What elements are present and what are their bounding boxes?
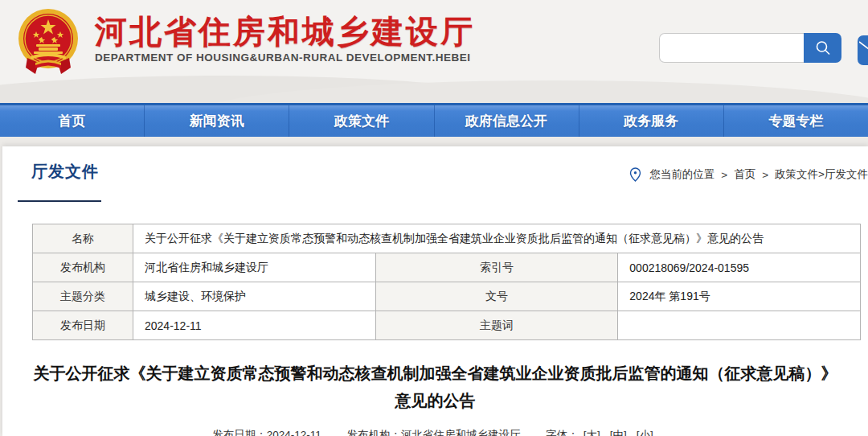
table-label-publish-date: 发布日期 bbox=[33, 311, 133, 340]
article-title: 关于公开征求《关于建立资质常态预警和动态核查机制加强全省建筑业企业资质批后监管的… bbox=[34, 360, 837, 414]
mail-icon bbox=[859, 40, 868, 56]
site-subtitle: DEPARTMENT OF HOUSING&URBAN-RURAL DEVELO… bbox=[95, 51, 475, 64]
font-size-large-button[interactable]: [大] bbox=[583, 429, 600, 436]
breadcrumb-home-link[interactable]: 首页 bbox=[734, 167, 755, 182]
national-emblem-icon bbox=[11, 6, 85, 76]
breadcrumb-separator: > bbox=[721, 169, 727, 181]
nav-item-policy[interactable]: 政策文件 bbox=[289, 105, 433, 137]
nav-item-home[interactable]: 首页 bbox=[0, 105, 144, 137]
site-header: 河北省住房和城乡建设厅 DEPARTMENT OF HOUSING&URBAN-… bbox=[0, 0, 868, 103]
font-size-medium-button[interactable]: [中] bbox=[610, 429, 627, 436]
table-value-name: 关于公开征求《关于建立资质常态预警和动态核查机制加强全省建筑业企业资质批后监管的… bbox=[133, 224, 861, 253]
search-area bbox=[659, 33, 841, 63]
table-value-issuer: 河北省住房和城乡建设厅 bbox=[133, 253, 376, 282]
breadcrumb: 您当前的位置 > 首页 > 政策文件>厅发文件 bbox=[629, 167, 868, 182]
nav-item-gov-info[interactable]: 政府信息公开 bbox=[434, 105, 579, 137]
article-meta: 发布日期：2024-12-11 发布机构：河北省住房和城乡建设厅 字体：[大][… bbox=[2, 428, 868, 436]
section-title-block: 厅发文件 bbox=[31, 161, 101, 202]
site-title: 河北省住房和城乡建设厅 bbox=[95, 13, 475, 50]
font-size-label: 字体： bbox=[546, 429, 579, 436]
publish-org-value: 河北省住房和城乡建设厅 bbox=[401, 429, 521, 436]
table-value-index-no: 000218069/2024-01595 bbox=[618, 253, 861, 282]
search-button[interactable] bbox=[804, 33, 841, 63]
publish-org-label: 发布机构： bbox=[347, 429, 402, 436]
nav-item-news[interactable]: 新闻资讯 bbox=[144, 105, 289, 137]
nav-item-special[interactable]: 专题专栏 bbox=[723, 105, 868, 137]
table-label-issuer: 发布机构 bbox=[33, 253, 133, 282]
table-value-keywords bbox=[618, 311, 861, 340]
publish-date-label: 发布日期： bbox=[212, 429, 267, 436]
table-value-topic-category: 城乡建设、环境保护 bbox=[133, 282, 376, 311]
table-value-doc-no: 2024年 第191号 bbox=[618, 282, 861, 311]
table-label-doc-no: 文号 bbox=[375, 282, 618, 311]
search-icon bbox=[814, 39, 832, 57]
table-label-topic-category: 主题分类 bbox=[33, 282, 133, 311]
table-row: 名称 关于公开征求《关于建立资质常态预警和动态核查机制加强全省建筑业企业资质批后… bbox=[33, 224, 861, 253]
font-size-group: 字体：[大][中][小] bbox=[546, 429, 658, 436]
publish-org-group: 发布机构：河北省住房和城乡建设厅 bbox=[347, 429, 521, 436]
breadcrumb-prefix: 您当前的位置 bbox=[649, 167, 714, 182]
breadcrumb-current-link[interactable]: 政策文件>厅发文件 bbox=[775, 167, 868, 182]
table-row: 主题分类 城乡建设、环境保护 文号 2024年 第191号 bbox=[33, 282, 861, 311]
table-value-publish-date: 2024-12-11 bbox=[133, 311, 376, 340]
content-card: 厅发文件 您当前的位置 > 首页 > 政策文件>厅发文件 名称 关于公开征求《关… bbox=[2, 146, 868, 436]
table-label-keywords: 主题词 bbox=[375, 311, 618, 340]
card-head: 厅发文件 您当前的位置 > 首页 > 政策文件>厅发文件 bbox=[2, 146, 868, 196]
publish-date-value: 2024-12-11 bbox=[267, 429, 321, 436]
nav-item-services[interactable]: 政务服务 bbox=[579, 105, 723, 137]
table-row: 发布日期 2024-12-11 主题词 bbox=[33, 311, 861, 340]
location-pin-icon bbox=[629, 167, 641, 182]
brand-text: 河北省住房和城乡建设厅 DEPARTMENT OF HOUSING&URBAN-… bbox=[95, 6, 475, 64]
site-brand: 河北省住房和城乡建设厅 DEPARTMENT OF HOUSING&URBAN-… bbox=[11, 6, 475, 76]
partial-button[interactable] bbox=[858, 35, 868, 65]
section-title: 厅发文件 bbox=[31, 161, 101, 183]
table-row: 发布机构 河北省住房和城乡建设厅 索引号 000218069/2024-0159… bbox=[33, 253, 861, 282]
search-input[interactable] bbox=[659, 33, 804, 63]
document-meta-table: 名称 关于公开征求《关于建立资质常态预警和动态核查机制加强全省建筑业企业资质批后… bbox=[32, 224, 861, 340]
table-label-name: 名称 bbox=[33, 224, 133, 253]
breadcrumb-separator: > bbox=[762, 169, 768, 181]
font-size-small-button[interactable]: [小] bbox=[637, 429, 653, 436]
publish-date-group: 发布日期：2024-12-11 bbox=[212, 429, 321, 436]
section-title-underline bbox=[18, 200, 101, 202]
table-label-index-no: 索引号 bbox=[375, 253, 618, 282]
page: 河北省住房和城乡建设厅 DEPARTMENT OF HOUSING&URBAN-… bbox=[0, 0, 868, 436]
main-nav: 首页 新闻资讯 政策文件 政府信息公开 政务服务 专题专栏 bbox=[0, 103, 868, 137]
